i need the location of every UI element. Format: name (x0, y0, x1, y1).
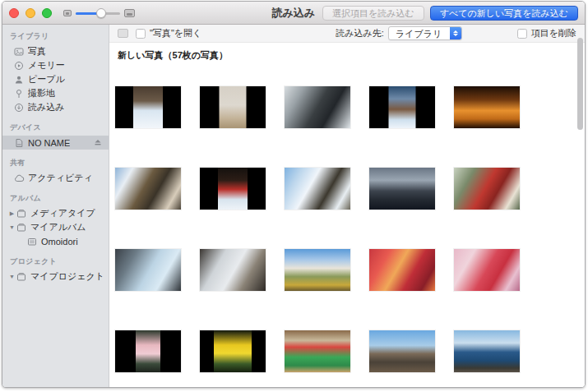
sidebar-section: デバイスNO NAME (2, 120, 109, 150)
photo-thumbnail-yellow-flowers-portrait[interactable] (200, 330, 266, 372)
traffic-lights (9, 8, 52, 18)
photo-thumbnail-frost-formations[interactable] (200, 249, 266, 291)
memories-icon (13, 61, 25, 71)
photo-thumbnail-red-flower-display[interactable] (369, 249, 435, 291)
sidebar-item-ピープル[interactable]: ピープル (2, 72, 109, 86)
sidebar-item-label: Omoidori (41, 237, 78, 247)
large-thumbnail-icon (124, 9, 135, 17)
sidebar-item-label: 写真 (28, 45, 46, 58)
sidebar-item-label: 撮影地 (28, 87, 55, 99)
sidebar-item-メディアタイプ[interactable]: ▶メディアタイプ (2, 206, 109, 220)
zoom-button[interactable] (42, 8, 52, 18)
people-icon (13, 75, 25, 85)
open-photos-label: "写真"を開く (150, 27, 201, 39)
sidebar-section: アルバム▶メディアタイプ▼マイアルバムOmoidori (2, 191, 109, 248)
content-toolbar: "写真"を開く 読み込み先: ライブラリ 項目を削除 (109, 25, 585, 43)
places-icon (13, 89, 25, 99)
sidebar: ライブラリ写真メモリーピープル撮影地読み込みデバイスNO NAME共有アクティビ… (2, 25, 109, 388)
sidebar-item-label: ピープル (28, 73, 65, 85)
sidebar-item-マイアルバム[interactable]: ▼マイアルバム (2, 220, 109, 234)
folder-icon (16, 223, 27, 233)
cloud-icon (13, 173, 25, 183)
small-thumbnail-icon (63, 10, 72, 16)
new-photos-header: 新しい写真（57枚の写真） (118, 49, 228, 62)
photo-thumbnail-mountain-range[interactable] (369, 330, 435, 372)
folder-icon (16, 272, 27, 282)
import-all-button[interactable]: すべての新しい写真を読み込む (430, 6, 578, 21)
delete-items-label: 項目を削除 (531, 27, 576, 39)
sidebar-section-title: ライブラリ (2, 29, 109, 44)
import-selected-button[interactable]: 選択項目を読み込む (322, 6, 424, 21)
photo-thumbnail-white-towers-garden[interactable] (285, 249, 350, 291)
sidebar-item-label: NO NAME (28, 138, 70, 148)
delete-items-checkbox[interactable] (517, 29, 527, 39)
open-photos-checkbox[interactable] (136, 29, 146, 39)
photo-thumbnail-icy-blue-rocks[interactable] (115, 249, 181, 291)
photo-thumbnail-blue-coast-rocks[interactable] (454, 330, 520, 372)
chevron-down-icon[interactable]: ▼ (8, 274, 16, 279)
sdcard-icon (13, 138, 25, 148)
photos-import-window: 読み込み 選択項目を読み込む すべての新しい写真を読み込む ライブラリ写真メモリ… (2, 1, 586, 388)
thumbnail-zoom-control (63, 8, 135, 18)
photo-thumbnail-red-gate-trees[interactable] (454, 168, 520, 210)
popup-stepper-icon (450, 27, 461, 39)
sidebar-section-title: デバイス (2, 120, 109, 136)
sidebar-section-title: アルバム (2, 191, 109, 206)
import-to-label: 読み込み先: (336, 27, 384, 39)
sidebar-item-label: マイアルバム (30, 221, 86, 233)
photo-thumbnail-red-torii-snow-portrait[interactable] (200, 168, 266, 210)
sidebar-item-マイプロジェクト[interactable]: ▼マイプロジェクト (2, 270, 109, 284)
sidebar-item-label: マイプロジェクト (30, 270, 104, 283)
sidebar-section: 共有アクティビティ (2, 155, 109, 185)
import-content: "写真"を開く 読み込み先: ライブラリ 項目を削除 新しい写真（57枚の写真） (109, 25, 585, 388)
sidebar-item-メモリー[interactable]: メモリー (2, 58, 109, 72)
photo-thumbnail-snow-roof-blue-sky[interactable] (285, 168, 350, 210)
vertical-scrollbar[interactable] (577, 38, 583, 130)
sidebar-item-no-name[interactable]: NO NAME (2, 136, 109, 150)
open-photos-checkbox-group[interactable]: "写真"を開く (136, 27, 201, 39)
photo-thumbnail-tall-ship-gray-sky[interactable] (369, 168, 435, 210)
sidebar-section: ライブラリ写真メモリーピープル撮影地読み込み (2, 29, 109, 114)
thumbnail-size-slider[interactable] (76, 8, 120, 18)
sidebar-item-label: メモリー (28, 59, 65, 71)
photo-thumbnail-snowy-house-portrait[interactable] (115, 86, 181, 128)
sidebar-section-title: 共有 (2, 155, 109, 171)
photo-thumbnail-pink-blossom-display[interactable] (454, 249, 520, 291)
photo-thumbnail-market-green-floor[interactable] (285, 330, 350, 372)
photo-thumbnail-white-vase-portrait[interactable] (200, 86, 266, 128)
photo-thumbnail-snow-rocks-stream[interactable] (285, 86, 350, 128)
photo-grid (115, 86, 520, 372)
import-icon (13, 103, 25, 113)
title-bar: 読み込み 選択項目を読み込む すべての新しい写真を読み込む (2, 2, 585, 25)
sidebar-item-読み込み[interactable]: 読み込み (2, 100, 109, 114)
sidebar-section-title: プロジェクト (2, 254, 109, 270)
sidebar-item-label: アクティビティ (28, 172, 93, 184)
sidebar-item-写真[interactable]: 写真 (2, 44, 109, 58)
close-button[interactable] (9, 8, 19, 18)
minimize-button[interactable] (25, 8, 35, 18)
sidebar-item-撮影地[interactable]: 撮影地 (2, 86, 109, 100)
slider-knob[interactable] (96, 8, 106, 18)
chevron-down-icon[interactable]: ▼ (8, 224, 16, 230)
eject-icon[interactable] (93, 137, 103, 149)
chevron-right-icon[interactable]: ▶ (8, 210, 16, 217)
photo-thumbnail-shrine-autumn-snow[interactable] (115, 168, 181, 210)
device-icon (118, 29, 128, 38)
sidebar-item-label: メディアタイプ (30, 207, 95, 219)
import-destination-value: ライブラリ (389, 27, 450, 39)
sidebar-item-label: 読み込み (28, 101, 65, 113)
album-icon (26, 237, 38, 247)
photo-thumbnail-snow-candles-night[interactable] (454, 86, 520, 128)
folder-icon (16, 209, 27, 219)
sidebar-item-omoidori[interactable]: Omoidori (2, 234, 109, 248)
import-destination-popup[interactable]: ライブラリ (388, 26, 462, 40)
sidebar-item-アクティビティ[interactable]: アクティビティ (2, 171, 109, 185)
delete-items-checkbox-group[interactable]: 項目を削除 (517, 27, 576, 39)
photos-icon (13, 47, 25, 57)
photo-thumbnail-blue-snow-house-portrait[interactable] (369, 86, 435, 128)
sidebar-section: プロジェクト▼マイプロジェクト (2, 254, 109, 284)
photo-thumbnail-pink-flower-portrait[interactable] (115, 330, 181, 372)
